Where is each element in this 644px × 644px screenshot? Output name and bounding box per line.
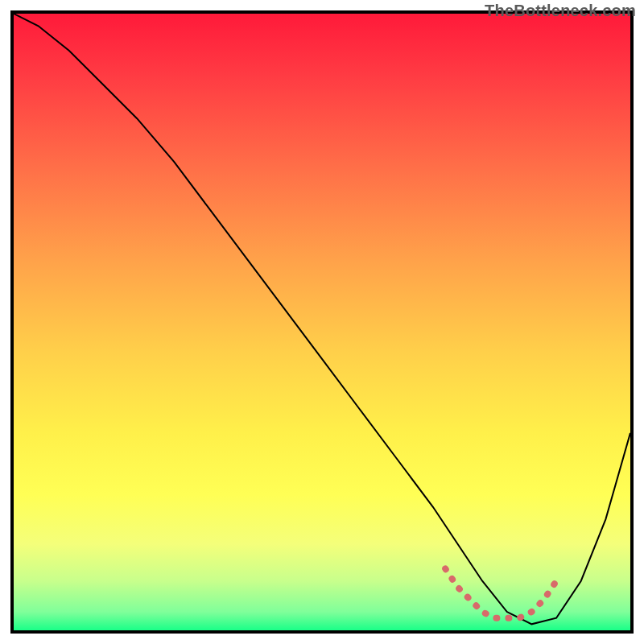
optimal-range-marker — [445, 568, 556, 617]
bottleneck-curve — [14, 14, 630, 624]
plot-area — [10, 10, 634, 634]
watermark-text: TheBottleneck.com — [485, 2, 636, 20]
chart-stage: TheBottleneck.com — [0, 0, 644, 644]
chart-series-layer — [14, 14, 630, 630]
